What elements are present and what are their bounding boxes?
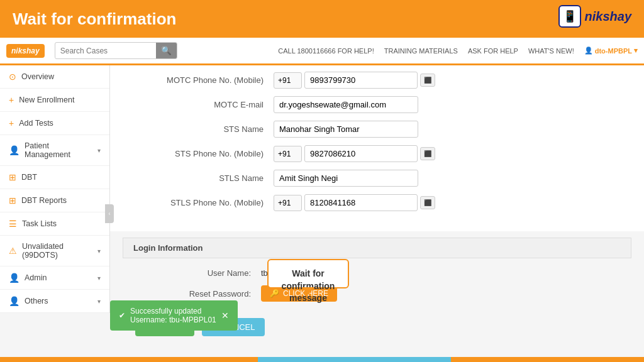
sidebar-toggle-button[interactable]: ‹	[105, 204, 114, 223]
motc-phone-row: MOTC Phone No. (Mobile) ⬛	[123, 72, 631, 89]
nav-user[interactable]: 👤 dto-MPBPL ▾	[584, 47, 638, 55]
patient-management-icon: 👤	[9, 145, 19, 155]
bottom-bar-orange	[0, 357, 258, 362]
sidebar-item-label: DBT Reports	[21, 196, 67, 205]
dbt-reports-icon: ⊞	[9, 195, 16, 206]
bottom-bar-orange2	[451, 357, 644, 362]
motc-email-label: MOTC E-mail	[148, 100, 274, 109]
stls-name-row: STLS Name	[123, 170, 631, 187]
motc-email-input-wrap	[274, 96, 418, 113]
toast-close-button[interactable]: ✕	[221, 310, 229, 321]
tooltip-bubble: Wait for confirmation message	[267, 259, 349, 288]
nav-whats-new[interactable]: WHAT'S NEW!	[528, 47, 574, 55]
sidebar-item-dbt-reports[interactable]: ⊞ DBT Reports	[0, 189, 109, 212]
motc-email-row: MOTC E-mail	[123, 96, 631, 113]
bottom-bar-blue	[258, 357, 451, 362]
sidebar-item-label: Unvalidated (99DOTS)	[22, 242, 92, 260]
navbar: nikshay 🔍 CALL 1800116666 FOR HELP! TRAI…	[0, 38, 644, 65]
success-toast: ✔ Successfully updated Username: tbu-MPB…	[110, 300, 238, 331]
reset-password-row: Reset Password: 🔑 CLICK HERE	[110, 285, 644, 302]
stls-phone-input-wrap: ⬛	[274, 194, 435, 211]
task-lists-icon: ☰	[9, 219, 17, 229]
stls-name-input[interactable]	[274, 170, 418, 187]
search-box[interactable]: 🔍	[55, 42, 177, 59]
stls-phone-prefix[interactable]	[274, 195, 302, 211]
logo-icon: 📱	[558, 5, 581, 28]
checkmark-icon: ✔	[119, 311, 125, 320]
sts-name-row: STS Name	[123, 121, 631, 138]
others-icon: 👤	[9, 296, 19, 306]
sidebar-item-label: Task Lists	[22, 219, 57, 228]
sts-phone-prefix[interactable]	[274, 146, 302, 162]
stls-phone-input[interactable]	[304, 194, 418, 211]
sidebar-item-new-enrollment[interactable]: + New Enrollment	[0, 89, 109, 112]
motc-email-input[interactable]	[274, 96, 418, 113]
admin-icon: 👤	[9, 273, 19, 283]
sidebar-item-label: Overview	[21, 72, 54, 81]
search-input[interactable]	[55, 44, 156, 58]
sidebar-item-overview[interactable]: ⊙ Overview	[0, 65, 109, 89]
motc-phone-input-wrap: ⬛	[274, 72, 435, 89]
sts-phone-row: STS Phone No. (Mobile) ⬛	[123, 145, 631, 162]
stls-name-input-wrap	[274, 170, 418, 187]
sts-phone-label: STS Phone No. (Mobile)	[148, 149, 274, 158]
sts-name-label: STS Name	[148, 124, 274, 134]
sidebar-wrapper: ⊙ Overview + New Enrollment + Add Tests …	[0, 65, 110, 362]
chevron-down-icon: ▾	[97, 275, 101, 282]
sts-phone-spinner[interactable]: ⬛	[420, 147, 435, 160]
username-row: User Name: tbu-MPBPL01	[110, 268, 644, 278]
new-enrollment-icon: +	[9, 95, 14, 105]
stls-phone-label: STLS Phone No. (Mobile)	[148, 198, 274, 207]
sidebar-item-label: Add Tests	[19, 119, 53, 128]
sts-name-input[interactable]	[274, 121, 418, 138]
sts-name-input-wrap	[274, 121, 418, 138]
nav-logo-badge: nikshay	[6, 44, 45, 58]
chevron-down-icon: ▾	[97, 147, 101, 154]
sts-phone-input-wrap: ⬛	[274, 145, 435, 162]
sidebar-item-dbt[interactable]: ⊞ DBT	[0, 166, 109, 189]
toast-sub: Username: tbu-MPBPL01	[130, 315, 216, 324]
login-info-header: Login Information	[123, 238, 631, 258]
login-info-title: Login Information	[133, 243, 203, 253]
stls-phone-spinner[interactable]: ⬛	[420, 196, 435, 209]
form-section: MOTC Phone No. (Mobile) ⬛ MOTC E-mail ST…	[110, 65, 644, 231]
sidebar-item-admin[interactable]: 👤 Admin ▾	[0, 266, 109, 290]
sidebar-item-others[interactable]: 👤 Others ▾	[0, 290, 109, 313]
motc-phone-input[interactable]	[304, 72, 418, 89]
sidebar-item-patient-management[interactable]: 👤 Patient Management ▾	[0, 135, 109, 166]
nav-help-phone[interactable]: CALL 1800116666 FOR HELP!	[278, 47, 374, 55]
add-tests-icon: +	[9, 118, 14, 128]
sidebar-item-label: Patient Management	[25, 141, 92, 159]
unvalidated-icon: ⚠	[9, 246, 17, 256]
overview-icon: ⊙	[9, 72, 16, 82]
sidebar-item-label: DBT	[21, 173, 37, 182]
reset-password-label: Reset Password:	[135, 289, 261, 299]
sidebar-item-task-lists[interactable]: ☰ Task Lists	[0, 212, 109, 236]
sidebar-item-label: New Enrollment	[19, 96, 74, 104]
main-content: MOTC Phone No. (Mobile) ⬛ MOTC E-mail ST…	[110, 65, 644, 362]
dbt-icon: ⊞	[9, 172, 16, 182]
sts-phone-input[interactable]	[304, 145, 418, 162]
motc-phone-prefix[interactable]	[274, 72, 302, 89]
sidebar-item-label: Admin	[25, 273, 47, 282]
top-banner: Wait for confirmation 📱 nikshay	[0, 0, 644, 38]
chevron-down-icon: ▾	[97, 298, 101, 305]
sidebar-item-add-tests[interactable]: + Add Tests	[0, 112, 109, 135]
motc-phone-spinner[interactable]: ⬛	[420, 74, 435, 87]
motc-phone-label: MOTC Phone No. (Mobile)	[148, 75, 274, 85]
username-label: User Name:	[135, 268, 261, 278]
stls-name-label: STLS Name	[148, 173, 274, 183]
stls-phone-row: STLS Phone No. (Mobile) ⬛	[123, 194, 631, 211]
bottom-bar	[0, 357, 644, 362]
sidebar-item-unvalidated[interactable]: ⚠ Unvalidated (99DOTS) ▾	[0, 236, 109, 266]
sidebar: ⊙ Overview + New Enrollment + Add Tests …	[0, 65, 110, 313]
toast-message: Successfully updated	[130, 307, 216, 315]
nav-links: CALL 1800116666 FOR HELP! TRAINING MATER…	[278, 47, 638, 55]
logo-text: nikshay	[585, 9, 631, 24]
search-button[interactable]: 🔍	[156, 43, 177, 58]
sidebar-item-label: Others	[25, 297, 48, 305]
page-title: Wait for confirmation	[13, 9, 176, 29]
chevron-down-icon: ▾	[97, 248, 101, 255]
nav-ask-help[interactable]: ASK FOR HELP	[468, 47, 518, 55]
nav-training[interactable]: TRAINING MATERIALS	[384, 47, 458, 55]
